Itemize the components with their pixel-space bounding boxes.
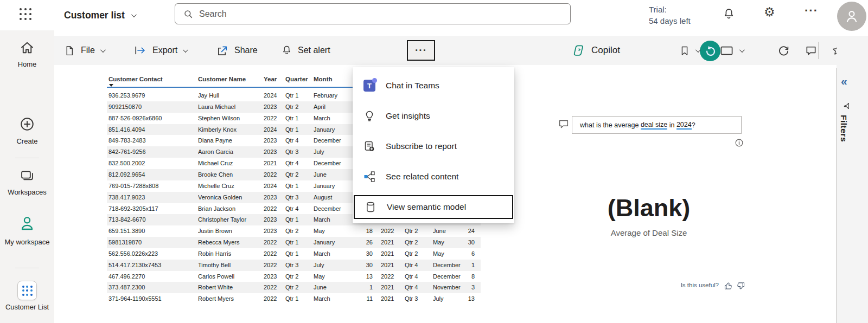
table-cell[interactable]: June <box>314 282 347 293</box>
set-alert-button[interactable]: Set alert <box>281 36 330 65</box>
table-cell[interactable]: Aaron Garcia <box>198 146 261 158</box>
table-cell[interactable]: May <box>314 225 347 237</box>
table-cell[interactable]: December <box>314 135 347 146</box>
table-cell[interactable]: Qtr 4 <box>285 158 312 169</box>
filters-pane-label[interactable]: Filters <box>839 115 848 142</box>
account-avatar[interactable] <box>837 2 866 31</box>
table-cell[interactable]: Rebecca Myers <box>198 237 261 248</box>
table-cell[interactable]: July <box>314 146 347 158</box>
menu-item-view-semantic-model[interactable]: View semantic model <box>354 195 513 219</box>
settings-button[interactable]: ⚙ <box>764 6 775 18</box>
table-cell[interactable]: 3 <box>452 282 475 293</box>
table-cell[interactable]: Michelle Cruz <box>198 180 261 192</box>
table-cell[interactable]: 2022 <box>381 271 403 282</box>
table-cell[interactable]: July <box>314 260 347 271</box>
table-cell[interactable]: 2024 <box>264 180 283 192</box>
more-options-topbar-button[interactable]: ··· <box>805 5 818 17</box>
table-cell[interactable]: Robert Myers <box>198 293 261 305</box>
export-menu-button[interactable]: Export <box>133 36 187 65</box>
table-cell[interactable]: 1 <box>346 282 373 293</box>
comments-button[interactable] <box>805 36 818 65</box>
table-cell[interactable]: Qtr 2 <box>405 225 431 237</box>
table-cell[interactable]: 24 <box>452 225 475 237</box>
table-cell[interactable]: Qtr 2 <box>285 271 312 282</box>
table-cell[interactable]: Qtr 1 <box>285 248 312 260</box>
table-cell[interactable]: Qtr 1 <box>285 237 312 248</box>
table-cell[interactable]: Qtr 2 <box>285 169 312 180</box>
app-launcher-waffle-icon[interactable] <box>20 8 31 20</box>
table-cell[interactable]: 30 <box>346 248 373 260</box>
table-cell[interactable]: 11 <box>346 293 373 305</box>
table-cell[interactable]: 5981319870 <box>108 237 195 248</box>
copilot-button[interactable]: Copilot <box>571 36 620 65</box>
table-cell[interactable]: February <box>314 90 347 101</box>
table-cell[interactable]: 30 <box>346 260 373 271</box>
more-options-toolbar-button[interactable]: ··· <box>407 40 435 61</box>
table-cell[interactable]: Qtr 2 <box>285 225 312 237</box>
table-cell[interactable]: 2023 <box>264 214 283 225</box>
reset-to-default-button[interactable] <box>700 41 720 61</box>
table-cell[interactable]: 851.416.4094 <box>108 124 195 135</box>
table-cell[interactable]: Qtr 4 <box>285 203 312 215</box>
table-cell[interactable]: Qtr 2 <box>405 248 431 260</box>
table-cell[interactable]: 6 <box>452 248 475 260</box>
table-row[interactable]: 5981319870Rebecca Myers2022Qtr 1January2… <box>107 237 481 248</box>
sidebar-item-customer-list[interactable]: Customer List <box>0 281 54 312</box>
table-cell[interactable]: 2021 <box>264 158 283 169</box>
menu-item-subscribe-to-report[interactable]: Subscribe to report <box>353 131 514 162</box>
table-cell[interactable]: June <box>314 169 347 180</box>
table-row[interactable]: 467.496.2270Carlos Powell2023Qtr 2May132… <box>107 271 481 282</box>
menu-item-see-related-content[interactable]: See related content <box>353 162 514 192</box>
bookmarks-button[interactable] <box>679 36 699 65</box>
column-header[interactable]: Customer Name <box>198 76 246 82</box>
table-cell[interactable]: 832.500.2002 <box>108 158 195 169</box>
table-cell[interactable]: December <box>314 203 347 215</box>
table-cell[interactable]: 2022 <box>264 237 283 248</box>
table-cell[interactable]: Qtr 4 <box>405 260 431 271</box>
table-cell[interactable]: 1 <box>452 260 475 271</box>
column-header[interactable]: Quarter <box>285 76 308 82</box>
search-input[interactable] <box>199 9 570 19</box>
table-cell[interactable]: 659.151.3890 <box>108 225 195 237</box>
table-cell[interactable]: 2022 <box>264 293 283 305</box>
table-cell[interactable]: 842-761-9256 <box>108 146 195 158</box>
table-cell[interactable]: Qtr 3 <box>285 192 312 203</box>
column-header[interactable]: Year <box>264 76 277 82</box>
table-cell[interactable]: 718-692-3205x117 <box>108 203 195 215</box>
table-cell[interactable]: 2022 <box>381 225 403 237</box>
table-cell[interactable]: 2022 <box>264 282 283 293</box>
file-menu-button[interactable]: File <box>64 36 104 65</box>
table-cell[interactable]: Qtr 1 <box>285 214 312 225</box>
table-cell[interactable]: April <box>314 101 347 113</box>
table-cell[interactable]: Qtr 1 <box>285 293 312 305</box>
thumbs-up-button[interactable] <box>724 281 733 293</box>
table-cell[interactable]: Qtr 1 <box>285 90 312 101</box>
table-cell[interactable]: January <box>314 180 347 192</box>
global-search[interactable] <box>175 3 571 24</box>
table-cell[interactable]: 2022 <box>264 113 283 124</box>
table-cell[interactable]: Qtr 3 <box>405 293 431 305</box>
column-header[interactable]: Month <box>314 76 332 82</box>
table-cell[interactable]: January <box>314 124 347 135</box>
table-cell[interactable]: 2023 <box>264 101 283 113</box>
table-cell[interactable]: Laura Michael <box>198 101 261 113</box>
table-cell[interactable]: 2024 <box>264 124 283 135</box>
table-cell[interactable]: 2022 <box>264 260 283 271</box>
table-cell[interactable]: March <box>314 113 347 124</box>
expand-filters-button[interactable]: « <box>841 75 847 88</box>
table-cell[interactable]: Timothy Bell <box>198 260 261 271</box>
table-cell[interactable]: 936.253.9679 <box>108 90 195 101</box>
table-cell[interactable]: Jay Hull <box>198 90 261 101</box>
table-cell[interactable]: 9092150870 <box>108 101 195 113</box>
table-cell[interactable]: Brian Jackson <box>198 203 261 215</box>
table-cell[interactable]: 562.556.0226x223 <box>108 248 195 260</box>
table-cell[interactable]: Qtr 1 <box>285 180 312 192</box>
table-cell[interactable]: 18 <box>346 225 373 237</box>
sidebar-item-workspaces[interactable]: Workspaces <box>0 168 54 197</box>
table-cell[interactable]: Qtr 4 <box>405 271 431 282</box>
table-cell[interactable]: 2023 <box>264 192 283 203</box>
menu-item-get-insights[interactable]: Get insights <box>353 101 514 131</box>
table-cell[interactable]: 769-015-7288x808 <box>108 180 195 192</box>
table-cell[interactable]: Justin Brown <box>198 225 261 237</box>
table-cell[interactable]: Qtr 2 <box>405 237 431 248</box>
